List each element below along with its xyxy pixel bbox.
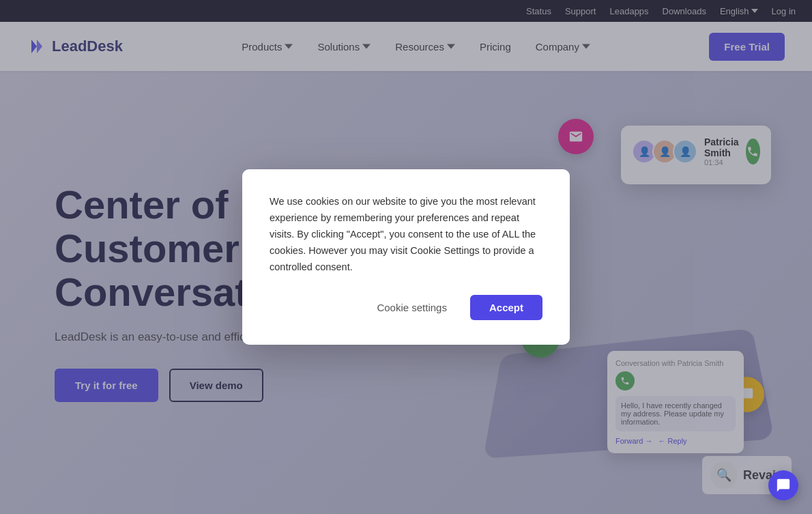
cookie-actions: Cookie settings Accept <box>270 295 542 320</box>
chat-widget-icon <box>776 478 791 493</box>
cookie-settings-button[interactable]: Cookie settings <box>364 295 459 320</box>
accept-cookies-button[interactable]: Accept <box>470 295 542 320</box>
cookie-overlay: We use cookies on our website to give yo… <box>0 0 812 514</box>
cookie-modal: We use cookies on our website to give yo… <box>242 169 570 345</box>
cookie-text: We use cookies on our website to give yo… <box>270 194 542 276</box>
chat-widget[interactable] <box>768 470 798 500</box>
